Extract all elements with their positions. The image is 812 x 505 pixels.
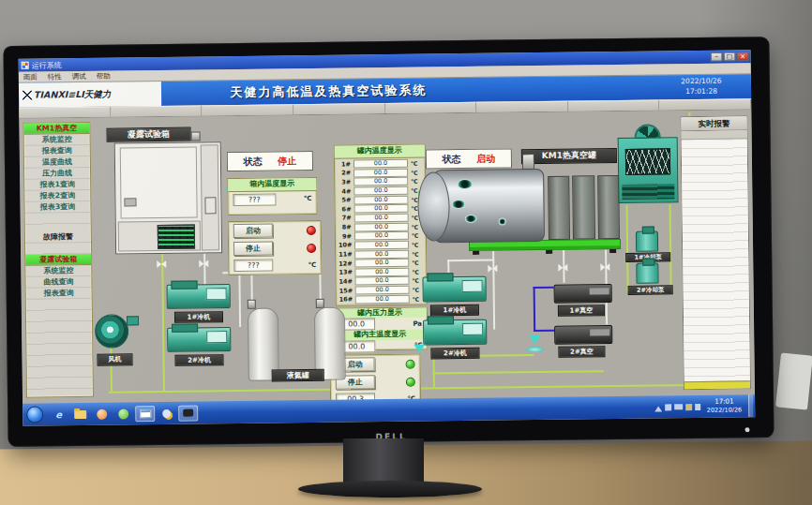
tray-icon[interactable] bbox=[665, 404, 671, 410]
brand-text: TIANXI≡LI天健力 bbox=[34, 88, 111, 101]
status-label: 状态 bbox=[244, 155, 263, 168]
sidebar-item-fault-alarm[interactable]: 故障报警 bbox=[25, 231, 91, 244]
sidebar-item[interactable]: 报表3查询 bbox=[24, 201, 90, 214]
temp-channel-label: 2# bbox=[338, 170, 351, 177]
vacuum-pump-graphic bbox=[554, 284, 612, 304]
sidebar-item[interactable]: 报表2查询 bbox=[24, 190, 90, 202]
tank-start-lamp bbox=[406, 359, 415, 368]
chamber-control-pad bbox=[158, 225, 195, 249]
close-button[interactable]: × bbox=[737, 52, 749, 61]
temp-channel-label: 7# bbox=[338, 215, 352, 222]
temp-value: 00.0 bbox=[353, 186, 408, 196]
chamber-stop-button[interactable]: 停止 bbox=[233, 242, 273, 257]
temp-value: 00.0 bbox=[354, 249, 409, 259]
toolbar-button[interactable] bbox=[476, 101, 568, 112]
pipe-segment bbox=[492, 251, 495, 330]
valve-icon bbox=[600, 263, 609, 271]
chamber-temp-panel: 箱内温度显示 ??? ℃ bbox=[227, 177, 317, 215]
maximize-button[interactable]: □ bbox=[724, 52, 736, 61]
sidebar-item[interactable]: 系统监控 bbox=[25, 265, 91, 277]
toolbar-button[interactable] bbox=[19, 107, 111, 118]
sidebar-item[interactable]: 压力曲线 bbox=[24, 168, 90, 180]
valve-icon bbox=[558, 264, 567, 272]
toolbar-button[interactable] bbox=[385, 102, 477, 113]
pipe-segment bbox=[161, 254, 165, 391]
chamber-control-unit: ℃ bbox=[308, 260, 317, 268]
toolbar-button[interactable] bbox=[568, 99, 660, 111]
pipe-segment bbox=[534, 287, 536, 332]
folder-icon[interactable] bbox=[70, 406, 90, 422]
comm-app-icon[interactable] bbox=[157, 405, 176, 421]
temp-value: 00.0 bbox=[355, 294, 410, 304]
chamber-temp-title: 箱内温度显示 bbox=[228, 178, 316, 192]
temp-channel-label: 11# bbox=[338, 250, 352, 258]
sidebar-empty-rows bbox=[25, 243, 91, 255]
tray-icon[interactable] bbox=[685, 404, 692, 410]
pipe-segment bbox=[669, 204, 672, 290]
temp-value: 00.0 bbox=[354, 276, 409, 286]
active-app-button[interactable] bbox=[178, 405, 198, 421]
clock-date: 2022/10/26 bbox=[707, 407, 743, 415]
tank-stop-lamp bbox=[406, 377, 415, 386]
fan-outlet bbox=[127, 316, 139, 325]
menu-item[interactable]: 帮助 bbox=[97, 71, 111, 80]
sidebar-item[interactable]: 温度曲线 bbox=[24, 156, 90, 169]
window-title: 运行系统 bbox=[32, 60, 62, 70]
pipe-segment bbox=[433, 370, 604, 374]
chiller-graphic bbox=[422, 276, 486, 303]
alarm-footer-bar bbox=[684, 380, 750, 389]
system-tray: 17:01 2022/10/26 bbox=[654, 394, 754, 418]
toolbar-button[interactable] bbox=[660, 98, 752, 110]
green-app-icon[interactable] bbox=[113, 406, 133, 422]
sidebar-item[interactable]: 曲线查询 bbox=[25, 276, 91, 289]
temp-row: 16# 00.0 ℃ bbox=[339, 294, 424, 304]
temp-unit: ℃ bbox=[412, 260, 423, 266]
show-desktop-button[interactable] bbox=[748, 394, 753, 417]
start-button[interactable] bbox=[26, 407, 43, 423]
tray-icon[interactable] bbox=[695, 403, 700, 409]
menu-item[interactable]: 画面 bbox=[23, 72, 38, 81]
sidebar-item[interactable]: 报表查询 bbox=[26, 288, 92, 300]
scada-app-button[interactable] bbox=[135, 406, 155, 422]
chamber-stop-lamp bbox=[307, 243, 316, 252]
browser-icon[interactable]: e bbox=[49, 407, 68, 423]
cooling-pump-graphic bbox=[636, 262, 658, 283]
menu-item[interactable]: 特性 bbox=[48, 72, 62, 81]
tank-nozzle bbox=[522, 154, 534, 170]
temp-unit: ℃ bbox=[412, 241, 423, 247]
sidebar-empty-rows bbox=[26, 299, 93, 394]
tray-icon[interactable] bbox=[654, 402, 662, 411]
toolbar-button[interactable] bbox=[293, 103, 385, 114]
media-player-icon[interactable] bbox=[92, 406, 112, 422]
pipe-segment bbox=[626, 205, 629, 291]
photo-scene: 运行系统 – □ × 画面特性调试帮助 天健力高低温及热真空试验系统 TIANX… bbox=[0, 0, 812, 505]
status-value: 停止 bbox=[278, 155, 296, 168]
temp-channel-label: 12# bbox=[338, 260, 352, 267]
sidebar-item[interactable]: 报表查询 bbox=[24, 145, 90, 157]
temp-channel-label: 13# bbox=[338, 269, 352, 276]
tank-dome bbox=[417, 171, 450, 241]
fan-graphic bbox=[95, 314, 128, 348]
pipe-segment bbox=[534, 287, 554, 289]
skid-foot bbox=[473, 251, 479, 255]
sidebar-item[interactable]: 系统监控 bbox=[24, 134, 90, 146]
tray-icon[interactable] bbox=[674, 404, 683, 409]
minimize-button[interactable]: – bbox=[711, 52, 723, 62]
menu-item[interactable]: 调试 bbox=[72, 71, 86, 80]
pipe-fitting bbox=[248, 300, 256, 309]
realtime-alarm-panel: 实时报警 bbox=[680, 115, 751, 390]
toolbar-button[interactable] bbox=[111, 105, 203, 116]
toolbar-button[interactable] bbox=[202, 104, 293, 115]
pipe-segment bbox=[534, 330, 554, 332]
tank-rack-panels bbox=[548, 175, 620, 240]
temp-channel-label: 8# bbox=[338, 224, 352, 231]
vacuum-pump-graphic bbox=[554, 325, 612, 345]
chiller-l1-label: 1#冷机 bbox=[174, 311, 223, 323]
tank-temp-title: 罐内温度显示 bbox=[335, 145, 425, 159]
alarm-list[interactable] bbox=[682, 140, 750, 381]
bird-logo-icon bbox=[23, 91, 32, 100]
temp-value: 00.0 bbox=[354, 268, 409, 277]
cooling-pump2-label: 2#冷却泵 bbox=[628, 285, 673, 295]
sidebar-item[interactable]: 报表1查询 bbox=[24, 179, 90, 191]
chamber-start-button[interactable]: 启动 bbox=[233, 224, 273, 239]
